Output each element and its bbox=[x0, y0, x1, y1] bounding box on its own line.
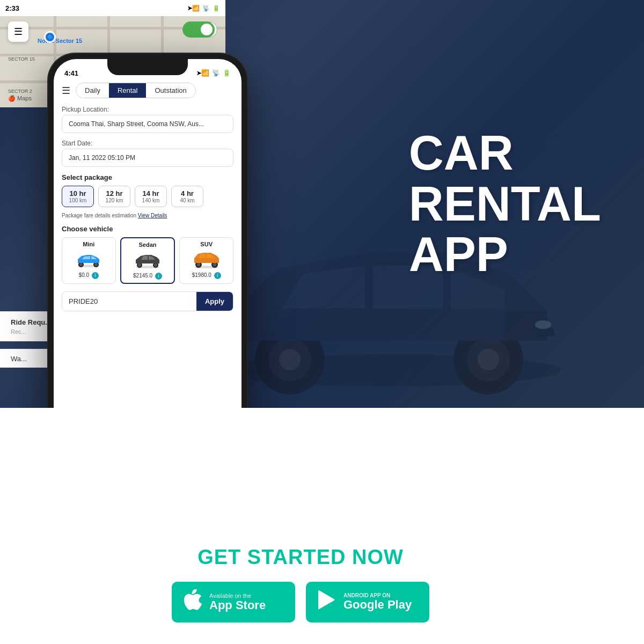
store-buttons: Available on the App Store ANDROID APP O… bbox=[172, 582, 429, 623]
phone-notch bbox=[107, 59, 188, 75]
vehicle-sedan-price: $2145.0 i bbox=[126, 273, 170, 280]
start-date-value: Jan, 11 2022 05:10 PM bbox=[69, 154, 135, 162]
googleplay-top-text: ANDROID APP ON bbox=[343, 592, 412, 598]
pickup-field[interactable]: Cooma Thai, Sharp Street, Cooma NSW, Aus… bbox=[62, 115, 233, 133]
phone-tab-bar: ☰ Daily Rental Outstation bbox=[62, 83, 233, 98]
vehicle-suv-name: SUV bbox=[184, 241, 229, 247]
svg-point-6 bbox=[478, 349, 499, 370]
mini-info-icon[interactable]: i bbox=[92, 272, 99, 279]
pkg-4hr-km: 40 km bbox=[177, 197, 197, 203]
svg-point-3 bbox=[279, 349, 301, 370]
vehicle-sedan-icon bbox=[126, 250, 170, 270]
wifi-icon: 📡 bbox=[212, 69, 220, 77]
package-10hr[interactable]: 10 hr 100 km bbox=[62, 186, 94, 207]
view-details-link[interactable]: View Details bbox=[138, 213, 167, 218]
fare-details: Package fare details estimation View Det… bbox=[62, 213, 233, 218]
pkg-14hr-km: 140 km bbox=[141, 197, 161, 203]
svg-point-7 bbox=[535, 320, 551, 329]
maps-logo: 🍎 Maps bbox=[8, 95, 32, 102]
map-status-icons: 📶📡🔋 bbox=[192, 5, 220, 12]
vehicle-suv-icon bbox=[184, 250, 229, 270]
app-title-line1: CAR bbox=[409, 128, 601, 179]
svg-point-12 bbox=[94, 263, 98, 266]
promo-row: Apply bbox=[62, 291, 233, 311]
pkg-4hr-label: 4 hr bbox=[177, 189, 197, 197]
phone-outer: 4:41 ➤ 📶 📡 🔋 ☰ Daily Renta bbox=[48, 54, 247, 408]
tab-daily[interactable]: Daily bbox=[76, 83, 109, 98]
vehicle-mini-price: $0.0 i bbox=[67, 272, 111, 279]
svg-point-20 bbox=[196, 263, 200, 267]
vehicles-row: Mini $0. bbox=[62, 237, 233, 284]
vehicle-mini-icon bbox=[67, 250, 111, 270]
map-hamburger-button[interactable]: ☰ bbox=[8, 21, 28, 42]
app-title: CAR RENTAL APP bbox=[409, 128, 601, 280]
get-started-text: GET STARTED NOW bbox=[197, 546, 404, 569]
tab-rental[interactable]: Rental bbox=[109, 83, 147, 98]
waiting-label: Wa... bbox=[11, 355, 27, 363]
pkg-10hr-label: 10 hr bbox=[68, 189, 88, 197]
svg-point-10 bbox=[79, 263, 83, 266]
choose-vehicle-label: Choose vehicle bbox=[62, 225, 233, 233]
packages-row: 10 hr 100 km 12 hr 120 km 14 hr 140 km bbox=[62, 186, 233, 207]
top-section: 🔷 Noida Sector 15 2:33 ➤ 📶📡🔋 ☰ SECTOR 15… bbox=[0, 0, 644, 408]
appstore-bottom-text: App Store bbox=[209, 599, 266, 612]
bottom-section: GET STARTED NOW Available on the App Sto… bbox=[0, 408, 644, 644]
apple-icon bbox=[184, 589, 202, 615]
phone-content: ☰ Daily Rental Outstation Pickup Locatio… bbox=[54, 83, 241, 408]
googleplay-text: ANDROID APP ON Google Play bbox=[343, 592, 412, 611]
right-content: CAR RENTAL APP bbox=[409, 128, 601, 280]
sector-15-label: SECTOR 15 bbox=[8, 56, 35, 62]
appstore-top-text: Available on the bbox=[209, 592, 266, 599]
play-icon bbox=[318, 590, 336, 614]
phone-hamburger-icon[interactable]: ☰ bbox=[62, 85, 70, 97]
app-title-line3: APP bbox=[409, 229, 601, 280]
package-12hr[interactable]: 12 hr 120 km bbox=[98, 186, 130, 207]
app-title-line2: RENTAL bbox=[409, 179, 601, 230]
signal-icon: 📶 bbox=[201, 69, 209, 77]
map-status-bar: 2:33 ➤ 📶📡🔋 bbox=[0, 0, 225, 16]
promo-input[interactable] bbox=[62, 292, 196, 311]
map-toggle[interactable] bbox=[182, 21, 215, 38]
googleplay-bottom-text: Google Play bbox=[343, 598, 412, 611]
pkg-12hr-km: 120 km bbox=[104, 197, 125, 203]
apply-button[interactable]: Apply bbox=[196, 292, 233, 311]
suv-info-icon[interactable]: i bbox=[214, 272, 221, 279]
vehicle-suv[interactable]: SUV $198 bbox=[179, 237, 233, 284]
phone-screen: 4:41 ➤ 📶 📡 🔋 ☰ Daily Renta bbox=[54, 59, 241, 408]
start-date-label: Start Date: bbox=[62, 140, 233, 147]
appstore-button[interactable]: Available on the App Store bbox=[172, 582, 295, 623]
tab-outstation[interactable]: Outstation bbox=[146, 83, 195, 98]
svg-point-22 bbox=[213, 263, 216, 267]
package-4hr[interactable]: 4 hr 40 km bbox=[171, 186, 203, 207]
pickup-label: Pickup Location: bbox=[62, 106, 233, 113]
sedan-info-icon[interactable]: i bbox=[155, 273, 162, 280]
location-marker: 🔷 bbox=[44, 31, 56, 43]
toggle-circle bbox=[201, 24, 213, 35]
svg-point-17 bbox=[154, 264, 157, 267]
phone-time: 4:41 bbox=[64, 69, 78, 77]
vehicle-mini-name: Mini bbox=[67, 241, 111, 247]
googleplay-button[interactable]: ANDROID APP ON Google Play bbox=[306, 582, 429, 623]
svg-point-15 bbox=[138, 264, 141, 267]
location-arrow-icon-phone: ➤ bbox=[196, 70, 201, 77]
sector-2-label: SECTOR 2 bbox=[8, 89, 32, 94]
start-date-field[interactable]: Jan, 11 2022 05:10 PM bbox=[62, 149, 233, 167]
battery-icon: 🔋 bbox=[223, 69, 231, 77]
pkg-14hr-label: 14 hr bbox=[141, 189, 161, 197]
vehicle-mini[interactable]: Mini $0. bbox=[62, 237, 116, 284]
vehicle-suv-price: $1980.0 i bbox=[184, 272, 229, 279]
pkg-12hr-label: 12 hr bbox=[104, 189, 125, 197]
tab-pill: Daily Rental Outstation bbox=[76, 83, 196, 98]
pickup-value: Cooma Thai, Sharp Street, Cooma NSW, Aus… bbox=[69, 120, 204, 128]
vehicle-sedan-name: Sedan bbox=[126, 241, 170, 248]
package-14hr[interactable]: 14 hr 140 km bbox=[135, 186, 167, 207]
pkg-10hr-km: 100 km bbox=[68, 197, 88, 203]
phone-status-icons: 📶 📡 🔋 bbox=[201, 69, 231, 77]
appstore-text: Available on the App Store bbox=[209, 592, 266, 612]
location-arrow-icon: ➤ bbox=[187, 5, 192, 12]
map-time: 2:33 bbox=[5, 4, 19, 12]
vehicle-sedan[interactable]: Sedan $2 bbox=[120, 237, 175, 284]
fare-text: Package fare details estimation bbox=[62, 213, 136, 218]
phone: 4:41 ➤ 📶 📡 🔋 ☰ Daily Renta bbox=[48, 54, 247, 408]
select-package-label: Select package bbox=[62, 173, 233, 181]
